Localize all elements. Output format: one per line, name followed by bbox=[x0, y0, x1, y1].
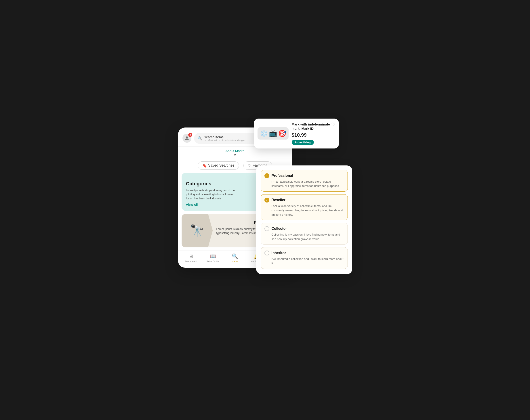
about-marks-link[interactable]: About Marks bbox=[225, 149, 244, 153]
favorite-button[interactable]: ♡ bbox=[331, 122, 335, 127]
avatar-wrap: 2 bbox=[182, 134, 191, 143]
mark-image-3: 🎯 bbox=[278, 130, 286, 137]
categories-view-all[interactable]: View All bbox=[186, 203, 198, 206]
nav-item-price-guide[interactable]: 📖 Price Guide bbox=[202, 253, 224, 263]
role-desc-inheritor: I've inherited a collection and I want t… bbox=[265, 257, 344, 265]
role-header-collector: Collector bbox=[265, 226, 344, 231]
role-radio-inheritor[interactable] bbox=[265, 250, 269, 255]
mark-image-1: ❄️ bbox=[260, 130, 268, 137]
heart-icon: ♡ bbox=[248, 163, 251, 168]
mark-price: $10.99 bbox=[292, 132, 335, 138]
binoculars-figure: 🔭 bbox=[182, 214, 213, 247]
role-radio-collector[interactable] bbox=[265, 226, 269, 231]
price-guide-icon: 📖 bbox=[210, 253, 216, 259]
mark-images: ❄️ 📺 🎯 bbox=[258, 127, 289, 140]
role-option-professional[interactable]: ✓ Professional I'm an appraiser, work at… bbox=[261, 170, 348, 192]
nav-item-dashboard[interactable]: ⊞ Dashboard bbox=[180, 253, 202, 263]
nav-label-dashboard: Dashboard bbox=[185, 260, 197, 263]
role-name-collector: Collector bbox=[272, 227, 287, 231]
search-title: Search Items bbox=[204, 135, 245, 139]
bookmark-icon: 🔖 bbox=[202, 163, 207, 168]
scene: 2 🔍 Search Items i.e. Mark with a circle… bbox=[178, 118, 352, 302]
role-header-professional: ✓ Professional bbox=[265, 173, 344, 178]
chevron-down-icon: ∨ bbox=[234, 153, 236, 157]
role-option-reseller[interactable]: ✓ Reseller I sell a wide variety of coll… bbox=[261, 194, 348, 220]
role-header-inheritor: Inheritor bbox=[265, 250, 344, 255]
role-header-reseller: ✓ Reseller bbox=[265, 198, 344, 203]
categories-text: Categories Lorem Ipsum is simply dummy t… bbox=[186, 181, 240, 207]
dashboard-icon: ⊞ bbox=[189, 253, 193, 259]
saved-searches-button[interactable]: 🔖 Saved Searches bbox=[198, 161, 239, 170]
nav-item-marks[interactable]: 🔍 Marks bbox=[224, 253, 246, 263]
role-desc-professional: I'm an appraiser, work at a resale store… bbox=[265, 179, 344, 188]
role-name-professional: Professional bbox=[272, 174, 293, 178]
mark-tag: Advertising bbox=[292, 140, 314, 145]
role-selection-card: ✓ Professional I'm an appraiser, work at… bbox=[256, 165, 352, 275]
mark-image-2: 📺 bbox=[269, 130, 277, 137]
saved-searches-label: Saved Searches bbox=[208, 163, 234, 167]
role-radio-professional[interactable]: ✓ bbox=[265, 173, 269, 178]
nav-label-marks: Marks bbox=[232, 260, 238, 263]
notification-badge: 2 bbox=[188, 133, 192, 137]
categories-title: Categories bbox=[186, 181, 240, 187]
mark-title: Mark with indeterminate mark, Mark ID bbox=[292, 122, 335, 131]
mark-tooltip: ❄️ 📺 🎯 Mark with indeterminate mark, Mar… bbox=[254, 118, 339, 148]
role-desc-collector: Collecting is my passion, I love finding… bbox=[265, 232, 344, 241]
role-name-reseller: Reseller bbox=[272, 198, 285, 202]
role-radio-reseller[interactable]: ✓ bbox=[265, 198, 269, 203]
role-option-inheritor[interactable]: Inheritor I've inherited a collection an… bbox=[261, 247, 348, 269]
marks-icon: 🔍 bbox=[232, 253, 238, 259]
search-text-wrap: Search Items i.e. Mark with a circle ins… bbox=[204, 135, 245, 142]
role-desc-reseller: I sell a wide variety of collectible ite… bbox=[265, 204, 344, 217]
mark-info: Mark with indeterminate mark, Mark ID $1… bbox=[292, 122, 335, 145]
nav-label-price-guide: Price Guide bbox=[206, 260, 219, 263]
role-name-inheritor: Inheritor bbox=[272, 251, 286, 255]
svg-point-0 bbox=[186, 136, 188, 138]
search-placeholder: i.e. Mark with a circle inside a triangl… bbox=[204, 139, 245, 142]
categories-description: Lorem Ipsum is simply dummy text of the … bbox=[186, 188, 240, 201]
search-icon: 🔍 bbox=[198, 136, 202, 140]
role-option-collector[interactable]: Collector Collecting is my passion, I lo… bbox=[261, 223, 348, 245]
